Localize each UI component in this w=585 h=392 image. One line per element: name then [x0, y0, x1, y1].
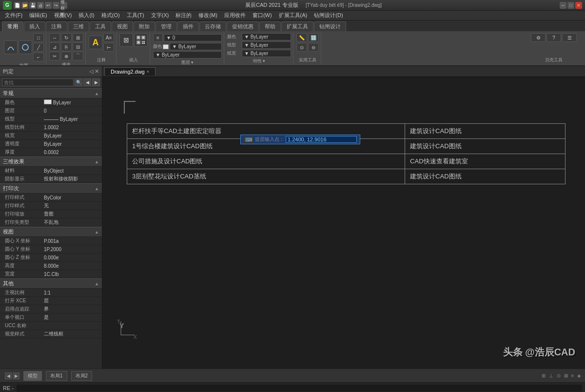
- print-icon[interactable]: 🖨: [37, 2, 44, 9]
- viewprev-icon[interactable]: ⊖: [308, 43, 319, 52]
- ribbon-tab-insert[interactable]: 插入: [24, 21, 45, 31]
- menu-item-insert[interactable]: 插入(I): [76, 11, 97, 20]
- ribbon-tab-annotate[interactable]: 注释: [46, 21, 67, 31]
- section-3d[interactable]: 三维效果 ▲: [0, 157, 102, 167]
- trim-icon[interactable]: ✂: [49, 52, 60, 60]
- measure-icon[interactable]: 📏: [296, 33, 307, 42]
- status-tab-layout1[interactable]: 布局1: [46, 371, 67, 381]
- close-button[interactable]: ✕: [575, 2, 582, 9]
- bracket-symbol: [122, 99, 136, 118]
- search-button[interactable]: 🔍: [75, 78, 82, 86]
- menu-item-text[interactable]: 文字(X): [148, 11, 172, 20]
- ribbon-tab-drill[interactable]: 钻闸设计: [314, 21, 346, 31]
- property-search-input[interactable]: [2, 78, 74, 86]
- ribbon-tab-addon[interactable]: 附加: [134, 21, 155, 31]
- offset-icon[interactable]: ⊟: [73, 42, 83, 51]
- snap-icon[interactable]: ⊞: [542, 373, 546, 378]
- menu-item-format[interactable]: 格式(O): [98, 11, 123, 20]
- polar-icon[interactable]: ⊙: [557, 373, 561, 378]
- menu-item-extend[interactable]: 扩展工具(A): [276, 11, 311, 20]
- menu-item-apps[interactable]: 应用收件: [221, 11, 249, 20]
- layer-props-icon[interactable]: ≡: [153, 33, 163, 42]
- polyline-icon[interactable]: ⌐: [33, 53, 44, 61]
- doc-tab-drawing2[interactable]: Drawing2.dwg ×: [104, 67, 156, 76]
- scale-icon[interactable]: ⊞: [73, 33, 83, 42]
- maximize-button[interactable]: □: [567, 2, 574, 9]
- ribbon-tab-help[interactable]: 帮助: [259, 21, 281, 31]
- doc-tab-close-icon[interactable]: ×: [147, 69, 149, 74]
- ribbon-tab-view[interactable]: 视图: [112, 21, 133, 31]
- new-icon[interactable]: 📄: [14, 2, 20, 9]
- save-icon[interactable]: 💾: [29, 2, 36, 9]
- extend-icon[interactable]: ⊕: [61, 52, 72, 60]
- search-prev-button[interactable]: ◀: [83, 78, 91, 86]
- ribbon-tab-3d[interactable]: 三维: [68, 21, 89, 31]
- linewidth-dropdown[interactable]: ▼ ByLayer: [242, 50, 291, 57]
- qrcode-icon[interactable]: [134, 33, 148, 47]
- menu-item-tools[interactable]: 工具(T): [124, 11, 147, 20]
- menu-item-window[interactable]: 窗口(W): [250, 11, 275, 20]
- ortho-icon[interactable]: ⊥: [549, 373, 553, 378]
- search-next-button[interactable]: ▶: [92, 78, 100, 86]
- menu-item-drill[interactable]: 钻闸设计(D): [311, 11, 346, 20]
- linetype-dropdown[interactable]: ▼ ByLayer: [242, 41, 291, 49]
- arc-icon[interactable]: [4, 40, 18, 54]
- drawing-area[interactable]: Drawing2.dwg × 栏杆扶手等CAD土建图宏定喧嚣 建筑设计CAD图纸…: [102, 66, 585, 369]
- ribbon-tab-manage[interactable]: 管理: [156, 21, 177, 31]
- menu-item-file[interactable]: 文件(F): [2, 11, 25, 20]
- help-icon[interactable]: ?: [546, 33, 561, 42]
- nav-left-arrow[interactable]: ◀: [5, 372, 12, 379]
- nav-right-arrow[interactable]: ▶: [13, 372, 20, 379]
- line-icon[interactable]: ╱: [33, 43, 44, 52]
- open-icon[interactable]: 📂: [21, 2, 28, 9]
- move-icon[interactable]: ↔: [49, 33, 60, 42]
- layer-select[interactable]: ▼ 0: [164, 34, 222, 41]
- viewall-icon[interactable]: ⊙: [296, 43, 307, 52]
- minimize-button[interactable]: ─: [560, 2, 566, 9]
- block-icon[interactable]: ⊠: [119, 33, 133, 47]
- ribbon-tab-home[interactable]: 常用: [2, 21, 23, 31]
- layer-color-swatch[interactable]: [163, 44, 169, 49]
- layer-linetype-dropdown[interactable]: ▼ ByLayer: [153, 51, 222, 59]
- status-tab-layout2[interactable]: 布局2: [71, 371, 93, 381]
- ribbon-tab-tools[interactable]: 工具: [90, 21, 111, 31]
- command-input[interactable]: [17, 385, 582, 392]
- menu-item-dimension[interactable]: 标注的: [173, 11, 195, 20]
- osnap-icon[interactable]: ⊠: [564, 373, 568, 378]
- ribbon-tab-plugin[interactable]: 插件: [177, 21, 199, 31]
- color-dropdown[interactable]: ▼ ByLayer: [242, 33, 291, 40]
- mtext-icon[interactable]: A≡: [103, 33, 114, 42]
- redo-icon[interactable]: ↪: [53, 2, 59, 9]
- status-tab-model[interactable]: 模型: [23, 371, 42, 381]
- section-other[interactable]: 其他 ▲: [0, 278, 102, 289]
- extra-icon[interactable]: ☰: [562, 33, 577, 42]
- menu-item-modify[interactable]: 修改(M): [195, 11, 220, 20]
- text-icon[interactable]: A: [89, 36, 102, 49]
- rotate-icon[interactable]: ↻: [61, 33, 72, 42]
- ribbon-tab-ext[interactable]: 扩展工具: [281, 21, 313, 31]
- dynmode-icon[interactable]: ◈: [577, 373, 581, 378]
- ribbon-tab-promo[interactable]: 促销优惠: [227, 21, 259, 31]
- section-viewport[interactable]: 视图 ▲: [0, 227, 102, 237]
- circle-icon[interactable]: [19, 40, 32, 54]
- input-popup-field[interactable]: [286, 136, 357, 143]
- calc-icon[interactable]: 🔢: [308, 33, 319, 42]
- copy-icon[interactable]: ⎘: [61, 42, 72, 51]
- fillet-icon[interactable]: ⌒: [73, 52, 83, 60]
- undo-icon[interactable]: ↩: [45, 2, 52, 9]
- section-general[interactable]: 常规 ▲: [0, 88, 102, 98]
- menu-item-view[interactable]: 视图(V): [51, 11, 75, 20]
- mirror-icon[interactable]: ⊿: [49, 42, 60, 51]
- layer-color-dropdown[interactable]: ▼ ByLayer: [170, 43, 222, 50]
- canvas-area[interactable]: 栏杆扶手等CAD土建图宏定喧嚣 建筑设计CAD图纸 1号综合楼建筑设计CAD图纸…: [102, 77, 585, 369]
- ribbon-tab-cloud[interactable]: 云存储: [199, 21, 226, 31]
- menu-item-edit[interactable]: 编辑(E): [26, 11, 50, 20]
- section-print[interactable]: 打印次 ▲: [0, 183, 102, 194]
- panel-close-btn[interactable]: ✕: [95, 68, 99, 75]
- config-icon[interactable]: ⚙: [531, 33, 546, 42]
- rect-icon[interactable]: □: [33, 33, 44, 42]
- lineweight-icon[interactable]: ≡: [571, 373, 574, 378]
- 2d-icon[interactable]: 二维框图: [60, 2, 67, 9]
- panel-left-arrow[interactable]: ◁: [89, 68, 93, 75]
- dim-linear-icon[interactable]: ⊢: [103, 43, 114, 52]
